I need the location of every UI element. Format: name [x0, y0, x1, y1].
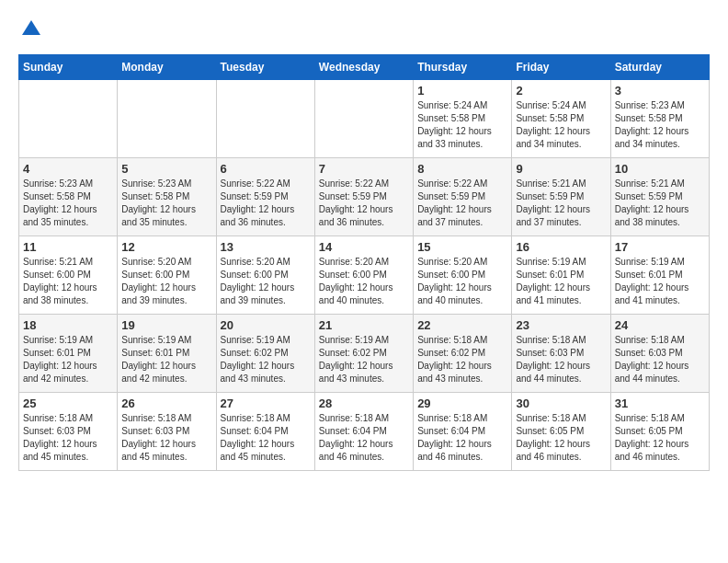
day-info: Sunrise: 5:19 AM Sunset: 6:01 PM Dayligh… [121, 334, 211, 385]
day-number: 24 [615, 318, 705, 332]
day-info: Sunrise: 5:19 AM Sunset: 6:01 PM Dayligh… [516, 256, 606, 307]
day-number: 13 [221, 240, 311, 254]
day-info: Sunrise: 5:18 AM Sunset: 6:04 PM Dayligh… [221, 412, 311, 464]
day-info: Sunrise: 5:21 AM Sunset: 5:59 PM Dayligh… [516, 178, 606, 229]
day-number: 26 [121, 396, 211, 410]
calendar-cell: 19Sunrise: 5:19 AM Sunset: 6:01 PM Dayli… [118, 315, 216, 393]
calendar-cell: 13Sunrise: 5:20 AM Sunset: 6:00 PM Dayli… [216, 236, 314, 315]
day-info: Sunrise: 5:22 AM Sunset: 5:59 PM Dayligh… [417, 178, 507, 229]
calendar-cell: 24Sunrise: 5:18 AM Sunset: 6:03 PM Dayli… [610, 315, 709, 393]
day-info: Sunrise: 5:21 AM Sunset: 6:00 PM Dayligh… [23, 256, 113, 307]
calendar-cell: 10Sunrise: 5:21 AM Sunset: 5:59 PM Dayli… [610, 158, 709, 236]
calendar-cell: 12Sunrise: 5:20 AM Sunset: 6:00 PM Dayli… [118, 236, 216, 315]
header-saturday: Saturday [610, 55, 709, 80]
calendar-cell: 28Sunrise: 5:18 AM Sunset: 6:04 PM Dayli… [314, 393, 413, 471]
page-header [18, 18, 710, 45]
day-number: 31 [615, 396, 705, 410]
header-wednesday: Wednesday [314, 55, 413, 80]
day-number: 30 [516, 396, 606, 410]
day-number: 3 [615, 84, 705, 98]
day-number: 2 [516, 84, 606, 98]
day-number: 21 [319, 318, 409, 332]
day-number: 16 [516, 240, 606, 254]
day-number: 25 [23, 396, 113, 410]
calendar-cell: 7Sunrise: 5:22 AM Sunset: 5:59 PM Daylig… [314, 158, 413, 236]
day-info: Sunrise: 5:19 AM Sunset: 6:02 PM Dayligh… [221, 334, 311, 385]
day-info: Sunrise: 5:19 AM Sunset: 6:02 PM Dayligh… [319, 334, 409, 385]
calendar-cell: 31Sunrise: 5:18 AM Sunset: 6:05 PM Dayli… [610, 393, 709, 471]
day-info: Sunrise: 5:19 AM Sunset: 6:01 PM Dayligh… [615, 256, 705, 307]
day-number: 20 [221, 318, 311, 332]
calendar-cell: 27Sunrise: 5:18 AM Sunset: 6:04 PM Dayli… [216, 393, 314, 471]
calendar-cell: 8Sunrise: 5:22 AM Sunset: 5:59 PM Daylig… [414, 158, 512, 236]
logo-icon [20, 18, 42, 40]
svg-marker-0 [22, 20, 40, 35]
calendar-cell: 16Sunrise: 5:19 AM Sunset: 6:01 PM Dayli… [512, 236, 610, 315]
day-number: 22 [417, 318, 507, 332]
calendar-table: SundayMondayTuesdayWednesdayThursdayFrid… [18, 54, 710, 471]
day-number: 17 [615, 240, 705, 254]
day-info: Sunrise: 5:18 AM Sunset: 6:02 PM Dayligh… [417, 334, 507, 385]
day-number: 1 [417, 84, 507, 98]
calendar-cell: 23Sunrise: 5:18 AM Sunset: 6:03 PM Dayli… [512, 315, 610, 393]
day-info: Sunrise: 5:18 AM Sunset: 6:03 PM Dayligh… [23, 412, 113, 464]
day-number: 12 [121, 240, 211, 254]
calendar-cell [216, 80, 314, 158]
calendar-cell: 1Sunrise: 5:24 AM Sunset: 5:58 PM Daylig… [414, 80, 512, 158]
day-number: 23 [516, 318, 606, 332]
calendar-cell [314, 80, 413, 158]
calendar-cell: 14Sunrise: 5:20 AM Sunset: 6:00 PM Dayli… [314, 236, 413, 315]
calendar-cell: 22Sunrise: 5:18 AM Sunset: 6:02 PM Dayli… [414, 315, 512, 393]
week-row-1: 1Sunrise: 5:24 AM Sunset: 5:58 PM Daylig… [19, 80, 710, 158]
day-number: 11 [23, 240, 113, 254]
calendar-cell: 5Sunrise: 5:23 AM Sunset: 5:58 PM Daylig… [118, 158, 216, 236]
day-info: Sunrise: 5:20 AM Sunset: 6:00 PM Dayligh… [221, 256, 311, 307]
header-monday: Monday [118, 55, 216, 80]
calendar-cell: 30Sunrise: 5:18 AM Sunset: 6:05 PM Dayli… [512, 393, 610, 471]
calendar-cell [19, 80, 118, 158]
day-info: Sunrise: 5:18 AM Sunset: 6:04 PM Dayligh… [319, 412, 409, 464]
day-info: Sunrise: 5:19 AM Sunset: 6:01 PM Dayligh… [23, 334, 113, 385]
day-number: 8 [417, 162, 507, 176]
calendar-cell: 15Sunrise: 5:20 AM Sunset: 6:00 PM Dayli… [414, 236, 512, 315]
day-info: Sunrise: 5:24 AM Sunset: 5:58 PM Dayligh… [516, 99, 606, 151]
day-info: Sunrise: 5:18 AM Sunset: 6:05 PM Dayligh… [615, 412, 705, 464]
calendar-cell: 2Sunrise: 5:24 AM Sunset: 5:58 PM Daylig… [512, 80, 610, 158]
header-friday: Friday [512, 55, 610, 80]
calendar-cell: 26Sunrise: 5:18 AM Sunset: 6:03 PM Dayli… [118, 393, 216, 471]
day-number: 29 [417, 396, 507, 410]
calendar-cell: 21Sunrise: 5:19 AM Sunset: 6:02 PM Dayli… [314, 315, 413, 393]
day-number: 18 [23, 318, 113, 332]
calendar-cell: 9Sunrise: 5:21 AM Sunset: 5:59 PM Daylig… [512, 158, 610, 236]
calendar-cell: 20Sunrise: 5:19 AM Sunset: 6:02 PM Dayli… [216, 315, 314, 393]
calendar-cell: 4Sunrise: 5:23 AM Sunset: 5:58 PM Daylig… [19, 158, 118, 236]
day-number: 9 [516, 162, 606, 176]
calendar-body: 1Sunrise: 5:24 AM Sunset: 5:58 PM Daylig… [19, 80, 710, 471]
day-info: Sunrise: 5:21 AM Sunset: 5:59 PM Dayligh… [615, 178, 705, 229]
calendar-cell: 6Sunrise: 5:22 AM Sunset: 5:59 PM Daylig… [216, 158, 314, 236]
calendar-cell: 29Sunrise: 5:18 AM Sunset: 6:04 PM Dayli… [414, 393, 512, 471]
week-row-4: 18Sunrise: 5:19 AM Sunset: 6:01 PM Dayli… [19, 315, 710, 393]
day-info: Sunrise: 5:20 AM Sunset: 6:00 PM Dayligh… [319, 256, 409, 307]
day-info: Sunrise: 5:18 AM Sunset: 6:03 PM Dayligh… [516, 334, 606, 385]
day-number: 14 [319, 240, 409, 254]
calendar-cell: 17Sunrise: 5:19 AM Sunset: 6:01 PM Dayli… [610, 236, 709, 315]
day-number: 7 [319, 162, 409, 176]
day-info: Sunrise: 5:23 AM Sunset: 5:58 PM Dayligh… [121, 178, 211, 229]
day-number: 5 [121, 162, 211, 176]
day-info: Sunrise: 5:24 AM Sunset: 5:58 PM Dayligh… [417, 99, 507, 151]
day-number: 27 [221, 396, 311, 410]
calendar-cell: 11Sunrise: 5:21 AM Sunset: 6:00 PM Dayli… [19, 236, 118, 315]
calendar-header: SundayMondayTuesdayWednesdayThursdayFrid… [19, 55, 710, 80]
header-sunday: Sunday [19, 55, 118, 80]
week-row-5: 25Sunrise: 5:18 AM Sunset: 6:03 PM Dayli… [19, 393, 710, 471]
day-number: 15 [417, 240, 507, 254]
day-info: Sunrise: 5:22 AM Sunset: 5:59 PM Dayligh… [221, 178, 311, 229]
day-info: Sunrise: 5:20 AM Sunset: 6:00 PM Dayligh… [417, 256, 507, 307]
calendar-cell: 3Sunrise: 5:23 AM Sunset: 5:58 PM Daylig… [610, 80, 709, 158]
day-info: Sunrise: 5:18 AM Sunset: 6:03 PM Dayligh… [121, 412, 211, 464]
day-number: 4 [23, 162, 113, 176]
day-info: Sunrise: 5:23 AM Sunset: 5:58 PM Dayligh… [23, 178, 113, 229]
day-info: Sunrise: 5:18 AM Sunset: 6:03 PM Dayligh… [615, 334, 705, 385]
header-tuesday: Tuesday [216, 55, 314, 80]
